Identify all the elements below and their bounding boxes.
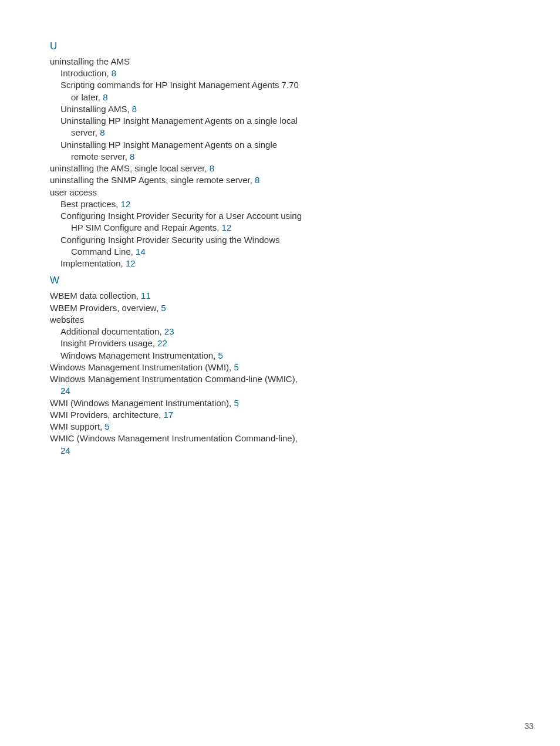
- index-subentry: Scripting commands for HP Insight Manage…: [50, 79, 305, 103]
- index-entry: uninstalling the AMS: [50, 56, 305, 67]
- entry-text: Configuring Insight Provider Security us…: [60, 235, 280, 256]
- entry-text: WBEM data collection,: [50, 291, 139, 301]
- page-link[interactable]: 8: [132, 104, 137, 114]
- entry-text: Best practices,: [60, 199, 118, 209]
- page-link[interactable]: 8: [103, 92, 107, 102]
- entry-text: Implementation,: [60, 258, 123, 268]
- index-content: U uninstalling the AMS Introduction, 8 S…: [0, 0, 305, 457]
- page-link[interactable]: 12: [222, 222, 232, 232]
- entry-text: Windows Management Instrumentation,: [60, 350, 215, 360]
- page-link[interactable]: 8: [100, 127, 104, 137]
- entry-text: Uninstalling HP Insight Management Agent…: [60, 140, 277, 161]
- index-subentry: Insight Providers usage, 22: [50, 337, 305, 349]
- page-link[interactable]: 11: [141, 291, 151, 301]
- entry-text: WMI Providers, architecture,: [50, 410, 161, 420]
- page-link[interactable]: 5: [234, 398, 238, 408]
- entry-text: Scripting commands for HP Insight Manage…: [60, 80, 299, 102]
- index-entry: user access: [50, 187, 305, 198]
- page-link[interactable]: 17: [163, 410, 173, 420]
- entry-text: WBEM Providers, overview,: [50, 303, 158, 313]
- entry-text: uninstalling the SNMP Agents, single rem…: [50, 175, 252, 185]
- page-link[interactable]: 8: [255, 175, 259, 185]
- index-entry: WBEM data collection, 11: [50, 290, 305, 302]
- index-entry: WMI (Windows Management Instrumentation)…: [50, 397, 305, 409]
- entry-text: Configuring Insight Provider Security fo…: [60, 211, 302, 232]
- page-link[interactable]: 24: [60, 445, 70, 455]
- index-letter-u: U: [50, 40, 305, 53]
- index-letter-w: W: [50, 274, 305, 288]
- entry-text: Windows Management Instrumentation Comma…: [50, 374, 298, 384]
- entry-text: Uninstalling AMS,: [60, 104, 130, 114]
- index-entry: WBEM Providers, overview, 5: [50, 302, 305, 314]
- page-link[interactable]: 5: [234, 362, 238, 372]
- index-entry: Windows Management Instrumentation (WMI)…: [50, 362, 305, 373]
- entry-text: uninstalling the AMS, single local serve…: [50, 163, 207, 173]
- index-subentry: Windows Management Instrumentation, 5: [50, 350, 305, 362]
- page-link[interactable]: 8: [112, 68, 116, 78]
- index-subentry: Implementation, 12: [50, 258, 305, 269]
- page-link[interactable]: 5: [161, 303, 166, 313]
- index-subentry: Uninstalling HP Insight Management Agent…: [50, 139, 305, 163]
- page-number: 33: [524, 721, 534, 732]
- index-entry: WMIC (Windows Management Instrumentation…: [50, 433, 305, 457]
- index-entry: websites: [50, 314, 305, 326]
- index-entry: Windows Management Instrumentation Comma…: [50, 373, 305, 397]
- entry-text: websites: [50, 315, 84, 325]
- index-entry: WMI support, 5: [50, 421, 305, 433]
- page-link[interactable]: 23: [164, 326, 174, 336]
- entry-text: WMI support,: [50, 421, 102, 431]
- page-link[interactable]: 8: [210, 163, 214, 173]
- page-link[interactable]: 14: [136, 247, 146, 256]
- entry-text: user access: [50, 187, 97, 197]
- entry-text: WMI (Windows Management Instrumentation)…: [50, 398, 231, 408]
- page-link[interactable]: 5: [218, 350, 222, 360]
- index-subentry: Configuring Insight Provider Security us…: [50, 234, 305, 258]
- entry-text: Insight Providers usage,: [60, 338, 155, 348]
- page-link[interactable]: 8: [130, 151, 134, 161]
- index-subentry: Uninstalling HP Insight Management Agent…: [50, 115, 305, 139]
- page-link[interactable]: 12: [126, 258, 136, 268]
- entry-text: Uninstalling HP Insight Management Agent…: [60, 116, 298, 137]
- entry-text: Introduction,: [60, 68, 109, 78]
- page-link[interactable]: 5: [104, 421, 109, 431]
- index-entry: uninstalling the SNMP Agents, single rem…: [50, 174, 305, 186]
- page-link[interactable]: 24: [60, 386, 70, 396]
- entry-text: WMIC (Windows Management Instrumentation…: [50, 433, 298, 443]
- index-subentry: Uninstalling AMS, 8: [50, 103, 305, 115]
- page-link[interactable]: 12: [121, 199, 131, 209]
- index-subentry: Best practices, 12: [50, 198, 305, 210]
- index-subentry: Introduction, 8: [50, 67, 305, 79]
- index-subentry: Configuring Insight Provider Security fo…: [50, 210, 305, 234]
- index-subentry: Additional documentation, 23: [50, 326, 305, 337]
- page-link[interactable]: 22: [157, 338, 167, 348]
- entry-text: Windows Management Instrumentation (WMI)…: [50, 362, 231, 372]
- entry-text: uninstalling the AMS: [50, 56, 130, 66]
- index-entry: uninstalling the AMS, single local serve…: [50, 163, 305, 174]
- entry-text: Additional documentation,: [60, 326, 162, 336]
- index-entry: WMI Providers, architecture, 17: [50, 409, 305, 421]
